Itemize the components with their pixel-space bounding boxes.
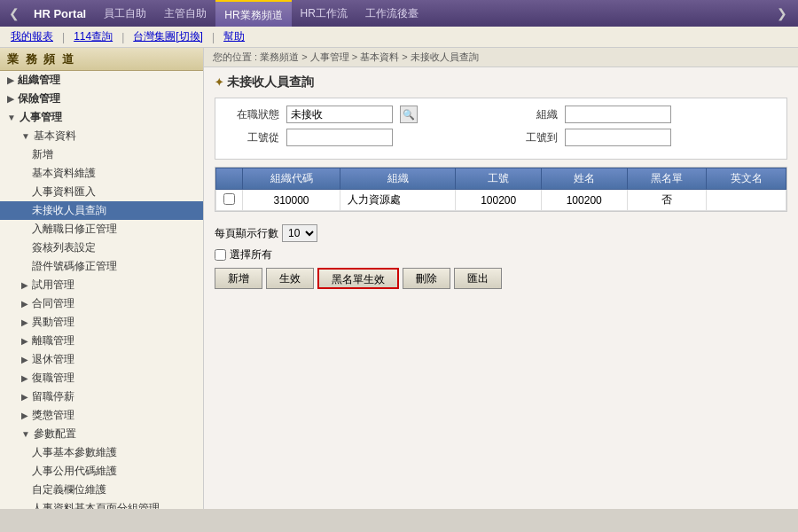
- add-button[interactable]: 新增: [215, 268, 262, 289]
- menu-taiwan-group[interactable]: 台灣集團[切換]: [128, 29, 208, 44]
- blacklist-activate-button[interactable]: 黑名單生效: [317, 268, 399, 289]
- col-org-code: 組織代碼: [243, 168, 340, 190]
- page-title-text: 未接收人員查詢: [227, 74, 314, 90]
- row-org-name: 人力資源處: [340, 190, 456, 211]
- row-eng-name: [707, 190, 786, 211]
- nav-manager-self[interactable]: 主管自助: [155, 0, 215, 27]
- nav-workflow-backend[interactable]: 工作流後臺: [356, 0, 427, 27]
- row-org-code: 310000: [243, 190, 340, 211]
- form-group-emp-to: 工號到: [505, 129, 776, 146]
- sidebar-label-insurance-mgmt: 保險管理: [18, 91, 60, 106]
- sidebar-item-resign-mgmt[interactable]: ▶ 離職管理: [0, 332, 203, 350]
- bottom-controls: 每頁顯示行數 10 20 50 選擇所有 新增 生效 黑名單生效 刪除: [215, 219, 787, 294]
- sidebar-item-cert-modify[interactable]: 證件號碼修正管理: [0, 257, 203, 276]
- col-name: 姓名: [541, 168, 627, 190]
- sidebar-item-trial-mgmt[interactable]: ▶ 試用管理: [0, 276, 203, 294]
- sidebar-item-change-mgmt[interactable]: ▶ 異動管理: [0, 313, 203, 332]
- col-check: [216, 168, 243, 190]
- emp-from-input[interactable]: [286, 129, 393, 146]
- nav-forward-arrow[interactable]: ❯: [770, 6, 794, 20]
- breadcrumb-text: 您的位置 : 業務頻道 > 人事管理 > 基本資料 > 未接收人員查詢: [213, 51, 479, 62]
- select-all-row: 選擇所有: [215, 247, 787, 262]
- row-check[interactable]: [216, 190, 243, 211]
- biz-bar: 業 務 頻 道: [0, 48, 203, 71]
- portal-logo: HR Portal: [25, 7, 95, 20]
- status-label: 在職狀態: [226, 107, 279, 122]
- sidebar-item-org-mgmt[interactable]: ▶ 組織管理: [0, 71, 203, 90]
- col-eng-name: 英文名: [707, 168, 786, 190]
- sidebar-item-leave-without-pay[interactable]: ▶ 留職停薪: [0, 387, 203, 406]
- sidebar-item-param-maintain[interactable]: 人事基本參數維護: [0, 443, 203, 462]
- form-row-status: 在職狀態 🔍 組織: [226, 106, 776, 123]
- row-blacklist: 否: [627, 190, 707, 211]
- search-icon-button[interactable]: 🔍: [400, 106, 418, 123]
- sidebar: 業 務 頻 道 ▶ 組織管理 ▶ 保險管理 ▼ 人事管理 ▼ 基本資料 新增 基…: [0, 48, 204, 509]
- sidebar-label-new: 新增: [32, 147, 53, 162]
- toggle-rehire: ▶: [21, 373, 28, 383]
- emp-to-input[interactable]: [565, 129, 671, 146]
- sidebar-item-approval-list[interactable]: 簽核列表設定: [0, 239, 203, 257]
- sidebar-label-code-maintain: 人事公用代碼維護: [32, 464, 117, 479]
- sidebar-item-insurance-mgmt[interactable]: ▶ 保險管理: [0, 90, 203, 108]
- sidebar-item-onoff-date[interactable]: 入離職日修正管理: [0, 220, 203, 239]
- status-input[interactable]: [286, 106, 393, 123]
- sidebar-item-hr-mgmt[interactable]: ▼ 人事管理: [0, 108, 203, 127]
- sidebar-item-code-maintain[interactable]: 人事公用代碼維護: [0, 462, 203, 481]
- sidebar-item-basic-data[interactable]: ▼ 基本資料: [0, 127, 203, 145]
- sidebar-label-retire-mgmt: 退休管理: [32, 352, 74, 367]
- nav-back-arrow[interactable]: ❮: [4, 6, 25, 20]
- menu-my-reports[interactable]: 我的報表: [5, 29, 59, 44]
- sidebar-label-reward-mgmt: 獎懲管理: [32, 408, 74, 423]
- sidebar-label-contract-mgmt: 合同管理: [32, 296, 74, 311]
- nav-hr-channel[interactable]: HR業務頻道: [215, 0, 291, 27]
- col-blacklist: 黑名單: [627, 168, 707, 190]
- select-all-checkbox[interactable]: [215, 249, 226, 261]
- export-button[interactable]: 匯出: [454, 268, 502, 289]
- menu-114-query[interactable]: 114查詢: [68, 29, 118, 44]
- sidebar-label-trial-mgmt: 試用管理: [32, 278, 74, 293]
- sidebar-item-new[interactable]: 新增: [0, 145, 203, 164]
- form-group-status: 在職狀態 🔍: [226, 106, 497, 123]
- sidebar-item-param-config[interactable]: ▼ 參數配置: [0, 425, 203, 443]
- sidebar-item-reward-mgmt[interactable]: ▶ 獎懲管理: [0, 406, 203, 425]
- sidebar-item-rehire-mgmt[interactable]: ▶ 復職管理: [0, 369, 203, 387]
- table-header-row: 組織代碼 組織 工號 姓名 黑名單 英文名: [216, 168, 786, 190]
- sidebar-item-hr-data-import[interactable]: 人事資料匯入: [0, 183, 203, 201]
- toggle-insurance: ▶: [7, 94, 14, 104]
- separator-1: |: [62, 31, 65, 43]
- sidebar-label-param-config: 參數配置: [34, 426, 76, 442]
- sidebar-item-page-group[interactable]: 人事資料基本頁面分組管理: [0, 499, 203, 509]
- col-org: 組織: [340, 168, 456, 190]
- row-emp-id: 100200: [456, 190, 542, 211]
- table-row[interactable]: 310000 人力資源處 100200 100200 否: [216, 190, 786, 211]
- row-checkbox[interactable]: [223, 193, 235, 205]
- main-layout: 業 務 頻 道 ▶ 組織管理 ▶ 保險管理 ▼ 人事管理 ▼ 基本資料 新增 基…: [0, 48, 798, 509]
- sidebar-item-retire-mgmt[interactable]: ▶ 退休管理: [0, 350, 203, 369]
- menu-help[interactable]: 幫助: [218, 29, 250, 44]
- separator-3: |: [212, 31, 215, 43]
- toggle-org: ▶: [7, 75, 14, 85]
- sidebar-label-rehire-mgmt: 復職管理: [32, 371, 74, 386]
- data-table-section: 組織代碼 組織 工號 姓名 黑名單 英文名 310000 人力資源處: [215, 167, 787, 212]
- sidebar-label-custom-field: 自定義欄位維護: [32, 482, 106, 497]
- sidebar-item-custom-field[interactable]: 自定義欄位維護: [0, 481, 203, 499]
- action-buttons: 新增 生效 黑名單生效 刪除 匯出: [215, 268, 787, 289]
- sidebar-label-cert-modify: 證件號碼修正管理: [32, 259, 117, 274]
- sidebar-label-basic-data: 基本資料: [34, 129, 76, 144]
- nav-hr-workflow[interactable]: HR工作流: [292, 0, 356, 27]
- nav-employee-self[interactable]: 員工自助: [95, 0, 155, 27]
- sidebar-label-hr-mgmt: 人事管理: [20, 110, 62, 125]
- toggle-param: ▼: [21, 429, 30, 439]
- org-input[interactable]: [565, 106, 671, 123]
- toggle-reward: ▶: [21, 411, 28, 420]
- form-row-empid: 工號從 工號到: [226, 129, 776, 146]
- sidebar-item-basic-data-maintain[interactable]: 基本資料維護: [0, 164, 203, 183]
- delete-button[interactable]: 刪除: [403, 268, 450, 289]
- sidebar-item-unreceived-query[interactable]: 未接收人員查詢: [0, 201, 203, 220]
- sidebar-label-onoff-date: 入離職日修正管理: [32, 222, 117, 237]
- rows-per-page-select[interactable]: 10 20 50: [282, 224, 317, 242]
- emp-to-label: 工號到: [505, 130, 558, 145]
- sidebar-item-contract-mgmt[interactable]: ▶ 合同管理: [0, 294, 203, 313]
- activate-button[interactable]: 生效: [266, 268, 314, 289]
- sidebar-label-change-mgmt: 異動管理: [32, 315, 74, 330]
